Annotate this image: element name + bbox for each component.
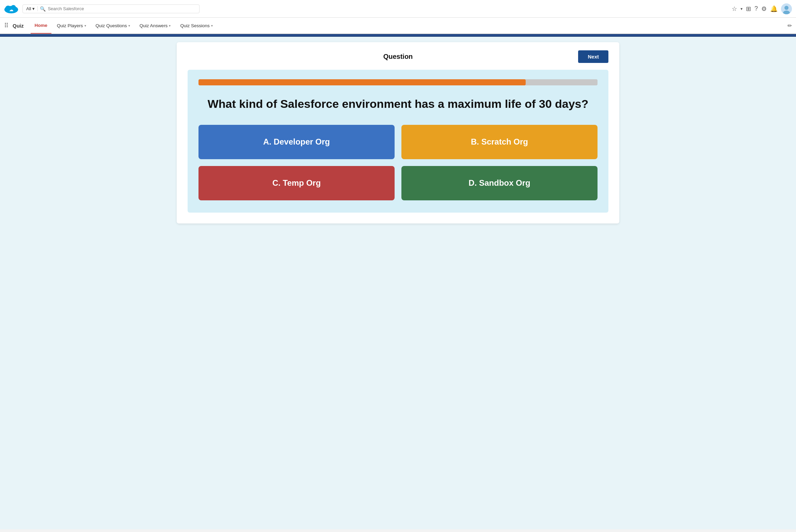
next-button[interactable]: Next (578, 50, 608, 63)
question-area: What kind of Salesforce environment has … (188, 70, 608, 213)
search-icon: 🔍 (40, 6, 46, 12)
answer-c-button[interactable]: C. Temp Org (198, 166, 395, 200)
grid-icon[interactable]: ⠿ (4, 22, 9, 29)
answer-d-button[interactable]: D. Sandbox Org (401, 166, 598, 200)
card-header: Question Next (188, 50, 608, 63)
chevron-down-icon: ▾ (84, 24, 86, 28)
nav-item-home[interactable]: Home (31, 17, 52, 34)
main-content: Question Next What kind of Salesforce en… (0, 37, 796, 529)
search-dropdown-label: All (26, 6, 31, 11)
progress-bar-fill (198, 79, 526, 85)
svg-text:☁: ☁ (9, 7, 13, 12)
settings-icon[interactable]: ⚙ (761, 5, 767, 13)
chevron-down-icon: ▾ (169, 24, 171, 28)
app-name: Quiz (13, 23, 24, 29)
search-container: All ▾ 🔍 (22, 4, 200, 13)
nav-bar: ⠿ Quiz Home Quiz Players ▾ Quiz Question… (0, 18, 796, 34)
svg-point-3 (14, 7, 18, 11)
nav-item-quiz-players[interactable]: Quiz Players ▾ (53, 17, 90, 34)
nav-quiz-players-label: Quiz Players (57, 23, 83, 28)
salesforce-logo: ☁ (4, 2, 18, 16)
svg-point-6 (784, 6, 789, 10)
chevron-down-icon: ▾ (211, 24, 213, 28)
star-dropdown-icon[interactable]: ▾ (741, 6, 743, 11)
question-text: What kind of Salesforce environment has … (198, 96, 598, 111)
nav-item-quiz-questions[interactable]: Quiz Questions ▾ (92, 17, 134, 34)
nav-quiz-answers-label: Quiz Answers (140, 23, 168, 28)
content-stripe (0, 34, 796, 37)
answer-b-button[interactable]: B. Scratch Org (401, 125, 598, 159)
question-card: Question Next What kind of Salesforce en… (177, 42, 619, 223)
progress-bar-container (198, 79, 598, 85)
search-dropdown[interactable]: All ▾ (26, 6, 38, 11)
nav-home-label: Home (35, 23, 48, 28)
star-icon[interactable]: ☆ (732, 5, 737, 13)
nav-item-quiz-sessions[interactable]: Quiz Sessions ▾ (176, 17, 217, 34)
answer-a-button[interactable]: A. Developer Org (198, 125, 395, 159)
add-icon[interactable]: ⊞ (746, 5, 751, 13)
search-input[interactable] (48, 6, 196, 11)
top-bar-actions: ☆ ▾ ⊞ ? ⚙ 🔔 (732, 3, 792, 14)
card-title: Question (328, 53, 468, 61)
nav-quiz-questions-label: Quiz Questions (96, 23, 127, 28)
nav-quiz-sessions-label: Quiz Sessions (180, 23, 209, 28)
chevron-down-icon: ▾ (32, 6, 35, 11)
avatar[interactable] (781, 3, 792, 14)
notifications-icon[interactable]: 🔔 (770, 5, 778, 13)
answers-grid: A. Developer Org B. Scratch Org C. Temp … (198, 125, 598, 200)
top-bar: ☁ All ▾ 🔍 ☆ ▾ ⊞ ? ⚙ 🔔 (0, 0, 796, 18)
nav-item-quiz-answers[interactable]: Quiz Answers ▾ (136, 17, 175, 34)
chevron-down-icon: ▾ (128, 24, 130, 28)
help-icon[interactable]: ? (754, 5, 758, 12)
edit-icon[interactable]: ✏ (787, 22, 792, 29)
